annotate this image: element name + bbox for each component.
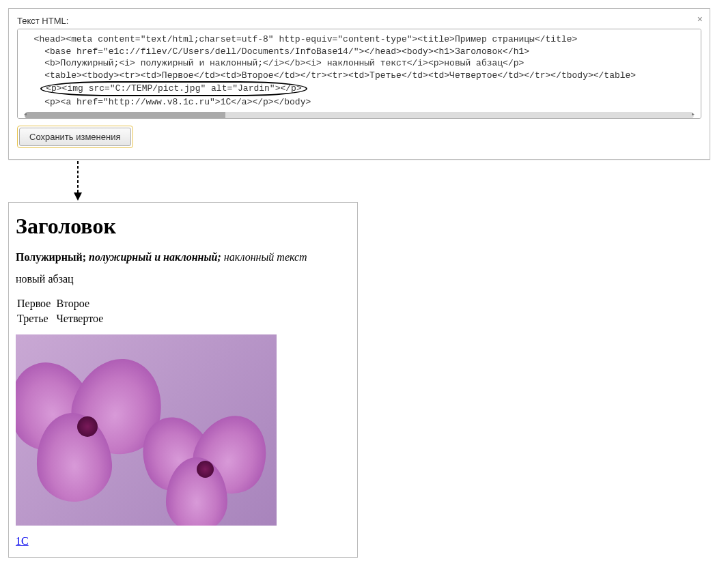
table-cell: Первое xyxy=(16,296,55,311)
code-line: <table><tbody><tr><td>Первое</td><td>Вто… xyxy=(23,70,695,82)
save-button-highlight: Сохранить изменения xyxy=(17,126,133,148)
close-icon[interactable]: × xyxy=(697,14,703,24)
code-line: <b>Полужирный;<i> полужирный и наклонный… xyxy=(23,57,695,70)
bold-italic-text: полужирный и наклонный; xyxy=(89,251,224,263)
editor-label: Текст HTML: xyxy=(17,16,701,26)
save-changes-button[interactable]: Сохранить изменения xyxy=(19,128,131,146)
bold-text: Полужирный; xyxy=(16,251,89,263)
external-link[interactable]: 1C xyxy=(16,535,29,547)
html-code-textarea[interactable]: <head><meta content="text/html;charset=u… xyxy=(17,29,701,119)
paragraph-text: новый абзац xyxy=(16,273,350,285)
flow-arrow-icon xyxy=(71,161,720,202)
table-cell: Второе xyxy=(55,296,107,311)
preview-table: Первое Второе Третье Четвертое xyxy=(16,296,107,326)
code-line: <p><a href="http://www.v8.1c.ru">1C</a><… xyxy=(23,96,695,109)
table-row: Первое Второе xyxy=(16,296,107,311)
horizontal-scrollbar[interactable] xyxy=(25,112,694,119)
html-editor-panel: × Текст HTML: <head><meta content="text/… xyxy=(8,8,710,160)
embedded-image xyxy=(16,334,277,526)
italic-text: наклонный текст xyxy=(224,251,307,263)
formatted-text-line: Полужирный; полужирный и наклонный; накл… xyxy=(16,251,350,263)
table-cell: Четвертое xyxy=(55,311,107,326)
code-line: <head><meta content="text/html;charset=u… xyxy=(23,33,695,46)
svg-marker-1 xyxy=(74,192,82,201)
table-cell: Третье xyxy=(16,311,55,326)
table-row: Третье Четвертое xyxy=(16,311,107,326)
code-line-highlighted: <p><img src="C:/TEMP/pict.jpg" alt="Jard… xyxy=(23,81,695,96)
rendered-preview-panel: Заголовок Полужирный; полужирный и накло… xyxy=(8,202,358,558)
page-heading: Заголовок xyxy=(16,214,350,239)
code-line: <base href="e1c://filev/C/Users/dell/Doc… xyxy=(23,46,695,58)
